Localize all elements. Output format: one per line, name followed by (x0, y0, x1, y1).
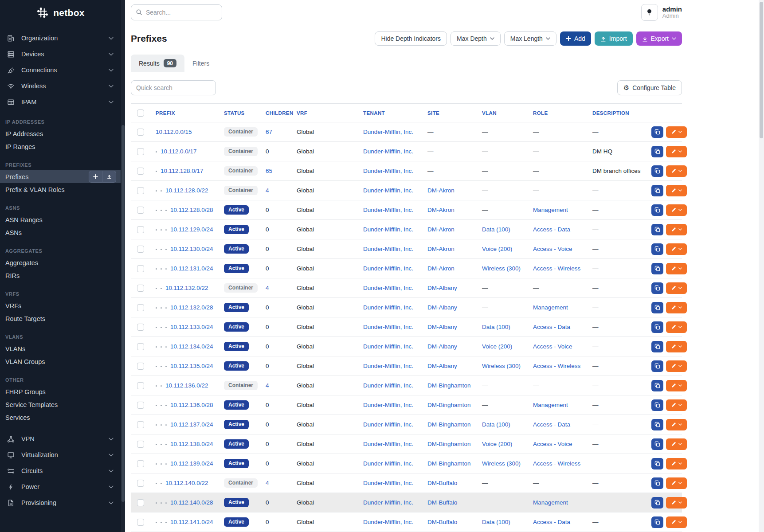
children-count-link[interactable]: 4 (266, 382, 269, 389)
edit-button[interactable] (666, 282, 687, 294)
tenant-link[interactable]: Dunder-Mifflin, Inc. (363, 168, 413, 174)
role-link[interactable]: Access - Data (533, 324, 570, 330)
clone-button[interactable] (651, 126, 663, 138)
sidebar-item-vlans[interactable]: VLANs (0, 342, 121, 355)
sidebar-item-wireless[interactable]: Wireless (0, 78, 121, 94)
column-header-vlan[interactable]: VLAN (478, 104, 529, 122)
sidebar-item-vpn[interactable]: VPN (0, 431, 121, 447)
row-checkbox[interactable] (137, 499, 144, 506)
sidebar-item-vlan-groups[interactable]: VLAN Groups (0, 355, 121, 368)
row-checkbox[interactable] (137, 421, 144, 428)
role-link[interactable]: Access - Data (533, 421, 570, 428)
vlan-link[interactable]: Wireless (300) (482, 460, 521, 467)
tenant-link[interactable]: Dunder-Mifflin, Inc. (363, 343, 413, 350)
prefix-link[interactable]: 10.112.135.0/24 (170, 363, 213, 369)
row-checkbox[interactable] (137, 402, 144, 409)
edit-button[interactable] (666, 399, 687, 411)
site-link[interactable]: DM-Buffalo (427, 499, 457, 506)
site-link[interactable]: DM-Akron (427, 207, 454, 213)
prefix-link[interactable]: 10.112.128.0/28 (170, 207, 213, 213)
tab-filters[interactable]: Filters (184, 55, 217, 72)
vlan-link[interactable]: Voice (200) (482, 246, 512, 252)
clone-button[interactable] (651, 263, 663, 274)
role-link[interactable]: Access - Voice (533, 441, 572, 447)
row-checkbox[interactable] (137, 382, 144, 389)
row-checkbox[interactable] (137, 148, 144, 155)
tenant-link[interactable]: Dunder-Mifflin, Inc. (363, 421, 413, 428)
site-link[interactable]: DM-Akron (427, 265, 454, 272)
site-link[interactable]: DM-Akron (427, 187, 454, 194)
clone-button[interactable] (651, 243, 663, 255)
row-checkbox[interactable] (137, 363, 144, 370)
prefix-link[interactable]: 10.112.132.0/28 (170, 304, 213, 311)
clone-button[interactable] (651, 438, 663, 450)
prefix-link[interactable]: 10.112.139.0/24 (170, 460, 213, 467)
row-checkbox[interactable] (137, 285, 144, 292)
tenant-link[interactable]: Dunder-Mifflin, Inc. (363, 304, 413, 311)
clone-button[interactable] (651, 165, 663, 177)
tenant-link[interactable]: Dunder-Mifflin, Inc. (363, 226, 413, 233)
site-link[interactable]: DM-Binghamton (427, 382, 471, 389)
role-link[interactable]: Access - Data (533, 226, 570, 233)
select-all-checkbox[interactable] (137, 110, 144, 117)
sidebar-scrollbar-thumb[interactable] (121, 125, 125, 502)
sidebar-item-service-templates[interactable]: Service Templates (0, 398, 121, 411)
row-checkbox[interactable] (137, 207, 144, 214)
column-header-prefix[interactable]: PREFIX (151, 104, 219, 122)
tenant-link[interactable]: Dunder-Mifflin, Inc. (363, 187, 413, 194)
site-link[interactable]: DM-Binghamton (427, 421, 471, 428)
tenant-link[interactable]: Dunder-Mifflin, Inc. (363, 402, 413, 408)
edit-button[interactable] (666, 224, 687, 235)
sidebar-item-ip-ranges[interactable]: IP Ranges (0, 140, 121, 153)
site-link[interactable]: DM-Albany (427, 285, 457, 291)
sidebar-item-prefixes[interactable]: Prefixes (0, 170, 121, 183)
site-link[interactable]: DM-Albany (427, 324, 457, 330)
edit-button[interactable] (666, 458, 687, 469)
dark-mode-toggle-button[interactable] (641, 4, 658, 21)
edit-button[interactable] (666, 185, 687, 196)
tenant-link[interactable]: Dunder-Mifflin, Inc. (363, 441, 413, 447)
role-link[interactable]: Access - Wireless (533, 460, 580, 467)
prefix-link[interactable]: 10.112.0.0/17 (161, 148, 197, 155)
column-header-tenant[interactable]: TENANT (359, 104, 423, 122)
sidebar-item-organization[interactable]: Organization (0, 30, 121, 46)
sidebar-import-prefix-button[interactable] (102, 171, 116, 183)
site-link[interactable]: DM-Binghamton (427, 402, 471, 408)
sidebar-item-virtualization[interactable]: Virtualization (0, 447, 121, 463)
clone-button[interactable] (651, 185, 663, 196)
sidebar-item-ipam[interactable]: IPAM (0, 94, 121, 110)
clone-button[interactable] (651, 516, 663, 528)
tenant-link[interactable]: Dunder-Mifflin, Inc. (363, 265, 413, 272)
site-link[interactable]: DM-Akron (427, 226, 454, 233)
sidebar-item-services[interactable]: Services (0, 411, 121, 424)
clone-button[interactable] (651, 380, 663, 391)
sidebar-item-route-targets[interactable]: Route Targets (0, 312, 121, 325)
column-header-vrf[interactable]: VRF (292, 104, 359, 122)
tenant-link[interactable]: Dunder-Mifflin, Inc. (363, 148, 413, 155)
role-link[interactable]: Management (533, 402, 568, 408)
edit-button[interactable] (666, 419, 687, 430)
export-dropdown[interactable]: Export (636, 31, 682, 46)
tenant-link[interactable]: Dunder-Mifflin, Inc. (363, 129, 413, 135)
vlan-link[interactable]: Data (100) (482, 324, 510, 330)
site-link[interactable]: DM-Binghamton (427, 441, 471, 447)
children-count-link[interactable]: 65 (266, 168, 272, 174)
prefix-link[interactable]: 10.112.133.0/24 (170, 324, 213, 330)
prefix-link[interactable]: 10.112.128.0/17 (161, 168, 204, 174)
sidebar-item-provisioning[interactable]: Provisioning (0, 495, 121, 511)
clone-button[interactable] (651, 458, 663, 469)
tenant-link[interactable]: Dunder-Mifflin, Inc. (363, 519, 413, 525)
sidebar-item-circuits[interactable]: Circuits (0, 463, 121, 479)
vlan-link[interactable]: Data (100) (482, 421, 510, 428)
role-link[interactable]: Access - Voice (533, 246, 572, 252)
edit-button[interactable] (666, 497, 687, 509)
edit-button[interactable] (666, 380, 687, 391)
children-count-link[interactable]: 4 (266, 285, 269, 291)
site-link[interactable]: DM-Buffalo (427, 519, 457, 525)
tenant-link[interactable]: Dunder-Mifflin, Inc. (363, 460, 413, 467)
role-link[interactable]: Access - Voice (533, 343, 572, 350)
add-button[interactable]: Add (560, 31, 591, 46)
tab-results[interactable]: Results 90 (131, 55, 184, 72)
tenant-link[interactable]: Dunder-Mifflin, Inc. (363, 480, 413, 486)
children-count-link[interactable]: 4 (266, 187, 269, 194)
